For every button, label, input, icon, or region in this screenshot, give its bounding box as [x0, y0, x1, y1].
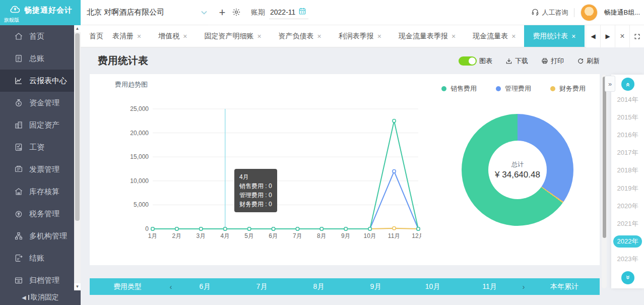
- year-item[interactable]: 2023年: [613, 253, 642, 265]
- scroll-down-icon[interactable]: ▼: [74, 283, 81, 290]
- years-scroll-up-button[interactable]: [621, 78, 634, 91]
- tab-label: 固定资产明细账: [204, 32, 253, 41]
- sidebar-item-label: 结账: [29, 254, 44, 263]
- calendar-icon[interactable]: [298, 7, 306, 17]
- tab-cashflow-quarterly[interactable]: 现金流量表季报×: [390, 25, 464, 47]
- sidebar-item-tax[interactable]: 税务管理: [0, 203, 81, 225]
- refresh-label: 刷新: [587, 56, 600, 66]
- year-item[interactable]: 2020年: [613, 200, 642, 212]
- year-item[interactable]: 2016年: [613, 129, 642, 141]
- tab-close-icon[interactable]: ×: [317, 32, 321, 40]
- legend-admin[interactable]: 管理费用: [496, 84, 531, 93]
- year-panel-collapse-button[interactable]: »: [605, 76, 615, 92]
- table-scroll-left-button[interactable]: ‹: [165, 282, 176, 291]
- tab-label: 报表清册: [112, 32, 134, 41]
- tab-bar: 首页 报表清册× 增值税× 固定资产明细账× 资产负债表× 利润表季报× 现金流…: [81, 25, 644, 47]
- tab-balance-sheet[interactable]: 资产负债表×: [270, 25, 330, 47]
- sidebar-item-label: 工资: [29, 143, 44, 152]
- sidebar-item-invoices[interactable]: 发票管理: [0, 158, 81, 180]
- scroll-up-icon[interactable]: ▲: [74, 25, 81, 32]
- tab-label: 首页: [89, 32, 103, 41]
- live-support[interactable]: 人工咨询: [531, 8, 568, 18]
- chart-legend: 销售费用 管理费用 财务费用: [441, 84, 586, 93]
- download-button[interactable]: 下载: [505, 56, 528, 66]
- tab-scroll-right-button[interactable]: ▶: [600, 25, 615, 47]
- sidebar-item-home[interactable]: 首页: [0, 25, 81, 47]
- sidebar-item-inventory[interactable]: 库存核算: [0, 180, 81, 203]
- tab-vat[interactable]: 增值税×: [150, 25, 196, 47]
- fullscreen-icon: [634, 33, 640, 40]
- add-button[interactable]: +: [216, 6, 229, 19]
- tab-close-icon[interactable]: ×: [452, 32, 456, 40]
- year-item[interactable]: 2019年: [613, 182, 642, 195]
- refresh-button[interactable]: 刷新: [577, 56, 600, 66]
- content-scroll-thumb[interactable]: [603, 77, 606, 238]
- table-scroll-right-button[interactable]: ›: [518, 282, 529, 291]
- tab-scroll-left-button[interactable]: ◀: [586, 25, 600, 47]
- settings-gear-icon[interactable]: [232, 8, 241, 17]
- sidebar-item-label: 首页: [29, 32, 44, 41]
- tab-close-icon[interactable]: ×: [257, 32, 261, 40]
- svg-text:1月: 1月: [148, 232, 158, 239]
- tab-close-icon[interactable]: ×: [183, 32, 187, 40]
- year-item-selected[interactable]: 2022年: [613, 235, 642, 248]
- tab-close-icon[interactable]: ×: [511, 32, 516, 40]
- period-value[interactable]: 2022-11: [269, 6, 308, 19]
- user-avatar[interactable]: [581, 4, 598, 21]
- username[interactable]: 畅捷通B组...: [604, 8, 640, 17]
- chart-view-toggle[interactable]: 图表: [459, 56, 492, 66]
- content-scrollbar[interactable]: [602, 75, 607, 288]
- sidebar-item-archive[interactable]: 归档管理: [0, 269, 81, 291]
- year-item[interactable]: 2015年: [613, 111, 642, 124]
- legend-label: 管理费用: [505, 84, 531, 93]
- unpin-sidebar-button[interactable]: ◀ 取消固定: [0, 290, 81, 305]
- logo-title: 畅捷通好会计: [24, 6, 73, 15]
- print-button[interactable]: 打印: [541, 56, 564, 66]
- year-item[interactable]: 2017年: [613, 147, 642, 159]
- close-all-tabs-button[interactable]: ×: [615, 25, 629, 47]
- sidebar-scrollbar[interactable]: ▲ ▼: [74, 25, 81, 290]
- year-item[interactable]: 2021年: [613, 218, 642, 230]
- sidebar-item-payroll[interactable]: 工资: [0, 136, 81, 158]
- sidebar-item-closing[interactable]: 结账: [0, 247, 81, 269]
- sidebar-item-fixed-assets[interactable]: 固定资产: [0, 114, 81, 136]
- sidebar-item-funds[interactable]: 资金管理: [0, 92, 81, 114]
- sidebar-item-general-ledger[interactable]: 总账: [0, 47, 81, 70]
- tab-income-quarterly[interactable]: 利润表季报×: [330, 25, 390, 47]
- legend-dot-admin: [496, 86, 501, 91]
- donut-total-label: 总计: [511, 160, 524, 169]
- sidebar-item-label: 多机构管理: [29, 231, 67, 241]
- legend-finance[interactable]: 财务费用: [550, 84, 586, 93]
- warehouse-icon: [14, 187, 23, 196]
- svg-text:6月: 6月: [269, 232, 278, 239]
- years-scroll-down-button[interactable]: [621, 271, 634, 284]
- fullscreen-button[interactable]: [629, 25, 644, 47]
- legend-sales[interactable]: 销售费用: [441, 84, 477, 93]
- tab-report-list[interactable]: 报表清册×: [112, 25, 150, 47]
- year-item[interactable]: 2014年: [613, 94, 642, 106]
- svg-text:7月: 7月: [293, 232, 302, 239]
- print-label: 打印: [551, 56, 564, 66]
- legend-label: 财务费用: [559, 84, 586, 93]
- tab-home[interactable]: 首页: [81, 25, 112, 47]
- company-selector[interactable]: 北京 对啊酒店有限公司: [87, 0, 208, 25]
- unpin-label: 取消固定: [31, 293, 59, 302]
- tab-close-icon[interactable]: ×: [571, 32, 575, 40]
- tab-fixed-asset-detail[interactable]: 固定资产明细账×: [196, 25, 270, 47]
- year-item[interactable]: 2018年: [613, 164, 642, 176]
- tooltip-line: 销售费用 : 0: [239, 181, 272, 191]
- sidebar-item-multi-org[interactable]: 多机构管理: [0, 225, 81, 247]
- svg-text:15,000: 15,000: [130, 153, 149, 160]
- invoice-icon: [14, 165, 23, 174]
- tab-close-icon[interactable]: ×: [377, 32, 381, 40]
- tab-expense-statistics[interactable]: 费用统计表×: [524, 25, 584, 47]
- home-icon: [14, 32, 23, 41]
- sidebar-item-cloud-reports[interactable]: 云报表中心: [0, 70, 81, 92]
- tab-close-icon[interactable]: ×: [137, 32, 141, 40]
- download-icon: [505, 57, 512, 65]
- ledger-icon: [14, 54, 23, 63]
- sidebar-scroll-thumb[interactable]: [75, 33, 80, 221]
- toggle-switch[interactable]: [459, 56, 477, 66]
- chevron-down-icon: [201, 8, 208, 17]
- tab-cashflow[interactable]: 现金流量表×: [464, 25, 524, 47]
